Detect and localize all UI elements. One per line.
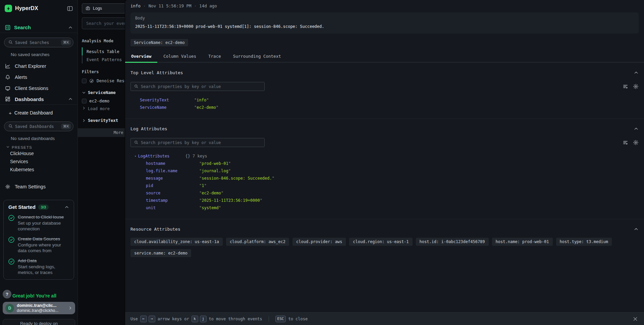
source-select[interactable]: Logs bbox=[82, 3, 125, 13]
filter-lines-icon[interactable] bbox=[623, 84, 628, 89]
log-attributes-root-row: ▾ LogAttributes {} 7 keys bbox=[135, 152, 639, 160]
resource-attribute-chip[interactable]: cloud.provider: aws bbox=[292, 238, 346, 246]
attribute-value-text: session-846.scope: Succeeded. bbox=[202, 176, 272, 181]
event-detail-panel: info · Nov 11 5:56:19 PM · 14d ago Body … bbox=[125, 0, 644, 325]
property-search-input[interactable] bbox=[141, 84, 261, 89]
user-menu[interactable]: D dominic.tran@clic... dominic.tran@clic… bbox=[3, 302, 75, 314]
attribute-key[interactable]: timestamp bbox=[146, 198, 199, 203]
saved-searches-input[interactable]: ⌘K bbox=[4, 38, 73, 47]
attribute-key[interactable]: message bbox=[146, 176, 199, 181]
attribute-key[interactable]: pid bbox=[146, 183, 199, 188]
service-name-tag[interactable]: ServiceName: ec2-demo bbox=[130, 39, 188, 46]
preset-clickhouse[interactable]: ClickHouse bbox=[10, 149, 77, 157]
tree-collapse-caret[interactable]: ▾ bbox=[135, 154, 136, 158]
body-text[interactable]: 2025-11-11T23:56:19+0000 prod-web-01 sys… bbox=[135, 24, 634, 29]
sidebar-item-alerts[interactable]: Alerts bbox=[0, 72, 77, 83]
attribute-key[interactable]: hostname bbox=[146, 161, 199, 166]
chevron-up-icon[interactable] bbox=[634, 227, 639, 232]
denoise-results-toggle[interactable]: Denoise Results bbox=[82, 78, 125, 83]
attribute-value-text: journal.log bbox=[202, 169, 228, 173]
chevron-up-icon[interactable] bbox=[64, 205, 69, 210]
dashboard-grid-icon bbox=[5, 96, 11, 102]
attribute-key[interactable]: source bbox=[146, 191, 199, 195]
resource-attribute-chip[interactable]: service.name: ec2-demo bbox=[130, 249, 191, 257]
chevron-up-icon[interactable] bbox=[634, 126, 639, 131]
preset-services[interactable]: Services bbox=[10, 157, 77, 166]
sidebar-item-client-sessions[interactable]: Client Sessions bbox=[0, 83, 77, 94]
quote-mark: " bbox=[204, 183, 206, 188]
close-icon[interactable] bbox=[633, 316, 638, 322]
logs-source-icon bbox=[86, 6, 90, 11]
attribute-row: ServiceName"ec2-demo" bbox=[140, 104, 639, 111]
collapse-sidebar-icon[interactable] bbox=[67, 6, 73, 11]
get-started-item-title: Create Data Sources bbox=[18, 236, 69, 242]
sidebar-item-chart-explorer[interactable]: Chart Explorer bbox=[0, 60, 77, 72]
help-button[interactable]: ? bbox=[3, 290, 11, 298]
facet-value-ec2-demo[interactable]: ec2-demo bbox=[82, 98, 125, 103]
attribute-value[interactable]: "2025-11-11T23:56:19+0000" bbox=[199, 198, 262, 203]
chevron-up-icon[interactable] bbox=[634, 70, 639, 75]
attribute-key[interactable]: unit bbox=[146, 205, 199, 210]
saved-dashboards-field[interactable] bbox=[15, 124, 59, 129]
tab-label: Column Values bbox=[163, 54, 196, 59]
tab-surrounding-context[interactable]: Surrounding Context bbox=[227, 52, 287, 62]
facet-toggle-servicename[interactable]: ServiceName bbox=[82, 90, 125, 95]
saved-searches-field[interactable] bbox=[15, 40, 59, 45]
resource-attribute-chip[interactable]: cloud.region: us-east-1 bbox=[349, 238, 412, 246]
resource-attribute-chip[interactable]: host.name: prod-web-01 bbox=[492, 238, 553, 246]
attribute-value[interactable]: "journal.log" bbox=[199, 169, 231, 173]
chevron-down-icon bbox=[82, 91, 86, 95]
property-search[interactable] bbox=[130, 82, 265, 91]
filter-lines-icon[interactable] bbox=[623, 140, 628, 145]
sidebar-item-search[interactable]: Search bbox=[0, 22, 77, 33]
attribute-value[interactable]: "ec2-demo" bbox=[194, 105, 218, 110]
sidebar-item-team-settings[interactable]: Team Settings bbox=[0, 182, 77, 191]
presets-toggle[interactable]: PRESETS bbox=[6, 145, 77, 149]
event-relative-time: 14d ago bbox=[199, 3, 217, 8]
facet-checkbox[interactable] bbox=[82, 99, 87, 103]
attribute-value[interactable]: "session-846.scope: Succeeded." bbox=[199, 176, 274, 181]
deploy-banner[interactable]: Ready to deploy on bbox=[3, 319, 75, 325]
congrats-text: Great job! You're all bbox=[12, 293, 56, 298]
more-filters-button[interactable]: More filters bbox=[78, 128, 125, 137]
create-dashboard-button[interactable]: + Create Dashboard bbox=[9, 109, 77, 117]
attribute-value[interactable]: "prod-web-01" bbox=[199, 161, 231, 166]
preset-kubernetes[interactable]: Kubernetes bbox=[10, 166, 77, 174]
saved-dashboards-input[interactable]: ⌘K bbox=[4, 122, 73, 131]
attribute-value[interactable]: "1" bbox=[199, 183, 207, 188]
property-search-input[interactable] bbox=[141, 140, 261, 145]
tab-overview[interactable]: Overview bbox=[125, 52, 157, 62]
footer-separator bbox=[269, 316, 269, 322]
resource-attribute-chip[interactable]: cloud.platform: aws_ec2 bbox=[226, 238, 289, 246]
attribute-key[interactable]: SeverityText bbox=[140, 98, 194, 102]
quote-mark: " bbox=[272, 176, 274, 181]
attribute-key[interactable]: LogAttributes bbox=[138, 154, 185, 158]
tab-column-values[interactable]: Column Values bbox=[157, 52, 202, 62]
attribute-value[interactable]: "ec2-demo" bbox=[199, 191, 223, 195]
property-search[interactable] bbox=[130, 138, 265, 147]
analysis-mode-event-patterns[interactable]: Event Patterns bbox=[82, 55, 125, 63]
attribute-value[interactable]: "systemd" bbox=[199, 205, 221, 210]
attribute-key[interactable]: log.file.name bbox=[146, 169, 199, 173]
tab-label: Overview bbox=[131, 54, 151, 59]
analysis-mode-label: Analysis Mode bbox=[82, 39, 125, 43]
sidebar: HyperDX Search ⌘K No saved searches Char… bbox=[0, 0, 78, 325]
monitor-icon bbox=[5, 86, 11, 91]
attribute-key[interactable]: ServiceName bbox=[140, 105, 194, 110]
gear-icon[interactable] bbox=[633, 140, 639, 145]
gear-icon[interactable] bbox=[633, 84, 639, 89]
resource-attribute-chip[interactable]: host.type: t3.medium bbox=[556, 238, 612, 246]
denoise-checkbox[interactable] bbox=[82, 79, 87, 83]
facet-toggle-severitytext[interactable]: SeverityText bbox=[82, 118, 125, 123]
get-started-item-title: Add Data bbox=[18, 258, 69, 264]
resource-attributes-section: Resource Attributes cloud.availability_z… bbox=[130, 219, 639, 265]
resource-attribute-chip[interactable]: cloud.availability_zone: us-east-1a bbox=[130, 238, 223, 246]
analysis-mode-results-table[interactable]: Results Table bbox=[82, 47, 125, 55]
tab-trace[interactable]: Trace bbox=[202, 52, 227, 62]
load-more-button[interactable]: Load more bbox=[82, 106, 125, 111]
resource-attribute-chip[interactable]: host.id: i-0abc123def456789 bbox=[416, 238, 489, 246]
sidebar-item-dashboards[interactable]: Dashboards bbox=[0, 94, 77, 105]
event-search-input[interactable] bbox=[82, 17, 125, 29]
attribute-value[interactable]: "info" bbox=[194, 98, 209, 102]
presets-label: PRESETS bbox=[12, 145, 32, 149]
